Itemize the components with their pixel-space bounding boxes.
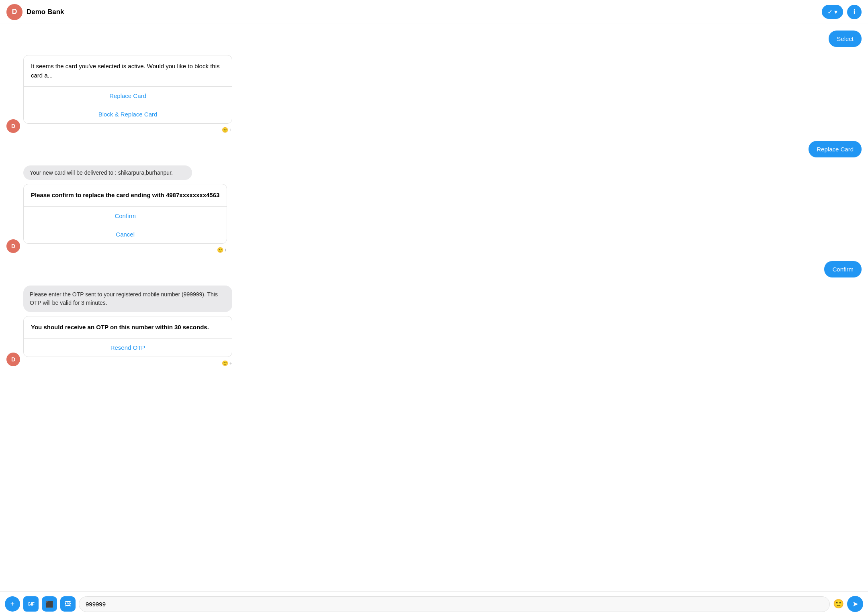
message-row-block-card: D It seems the card you've selected is a… bbox=[6, 55, 862, 133]
bubble-select: Select bbox=[829, 31, 862, 47]
card-block-replace: It seems the card you've selected is act… bbox=[23, 55, 232, 124]
photo-button[interactable]: 🖼 bbox=[60, 596, 76, 612]
info-icon: i bbox=[854, 8, 855, 16]
card-confirm: Please confirm to replace the card endin… bbox=[23, 184, 227, 244]
info-button[interactable]: i bbox=[847, 5, 862, 19]
bot-avatar-2: D bbox=[6, 239, 20, 253]
add-icon: + bbox=[10, 600, 15, 608]
emoji-reaction-2: 🙂 + bbox=[23, 247, 227, 253]
message-input[interactable] bbox=[79, 596, 830, 612]
gif-button[interactable]: GIF bbox=[23, 596, 39, 612]
bank-avatar: D bbox=[6, 4, 23, 20]
emoji-reaction-1: 🙂 + bbox=[23, 127, 232, 133]
option-replace-card[interactable]: Replace Card bbox=[24, 86, 232, 105]
card-otp-resend: You should receive an OTP on this number… bbox=[23, 316, 232, 357]
gif-label: GIF bbox=[28, 602, 35, 606]
message-row-confirm-group: D Your new card will be delivered to : s… bbox=[6, 165, 862, 253]
option-resend-otp[interactable]: Resend OTP bbox=[24, 338, 232, 357]
chat-header: D Demo Bank ✓ ▾ i bbox=[0, 0, 868, 24]
message-row-confirm-out: Confirm bbox=[6, 261, 862, 277]
message-row-otp-group: D Please enter the OTP sent to your regi… bbox=[6, 286, 862, 367]
option-block-replace-card[interactable]: Block & Replace Card bbox=[24, 105, 232, 123]
option-cancel[interactable]: Cancel bbox=[24, 225, 227, 243]
card-confirm-text: Please confirm to replace the card endin… bbox=[24, 184, 227, 206]
message-row-replace-card: Replace Card bbox=[6, 141, 862, 157]
option-confirm[interactable]: Confirm bbox=[24, 206, 227, 225]
sticker-icon: ⬛ bbox=[45, 600, 53, 608]
emoji-reaction-3: 🙂 + bbox=[23, 360, 232, 366]
send-button[interactable]: ➤ bbox=[847, 596, 863, 612]
emoji-button[interactable]: 🙂 bbox=[833, 599, 844, 609]
chevron-icon: ▾ bbox=[834, 8, 837, 16]
delivery-address-bubble: Your new card will be delivered to : shi… bbox=[23, 165, 192, 180]
card-message-text-1: It seems the card you've selected is act… bbox=[24, 55, 232, 86]
bubble-replace-card: Replace Card bbox=[809, 141, 862, 157]
otp-info-bubble: Please enter the OTP sent to your regist… bbox=[23, 286, 232, 312]
add-button[interactable]: + bbox=[5, 596, 20, 612]
card-otp-text: You should receive an OTP on this number… bbox=[24, 316, 232, 339]
header-actions: ✓ ▾ i bbox=[822, 5, 862, 19]
bubble-confirm: Confirm bbox=[824, 261, 862, 277]
check-icon: ✓ bbox=[827, 8, 833, 16]
bot-avatar-3: D bbox=[6, 353, 20, 366]
photo-icon: 🖼 bbox=[65, 600, 71, 608]
bot-avatar-1: D bbox=[6, 119, 20, 133]
sticker-button[interactable]: ⬛ bbox=[42, 596, 57, 612]
input-area: + GIF ⬛ 🖼 🙂 ➤ bbox=[0, 592, 868, 616]
check-button[interactable]: ✓ ▾ bbox=[822, 5, 843, 19]
emoji-icon: 🙂 bbox=[833, 599, 844, 609]
message-row-select: Select bbox=[6, 31, 862, 47]
chat-area: Select D It seems the card you've select… bbox=[0, 24, 868, 592]
bank-name: Demo Bank bbox=[27, 8, 822, 16]
send-icon: ➤ bbox=[852, 600, 858, 608]
